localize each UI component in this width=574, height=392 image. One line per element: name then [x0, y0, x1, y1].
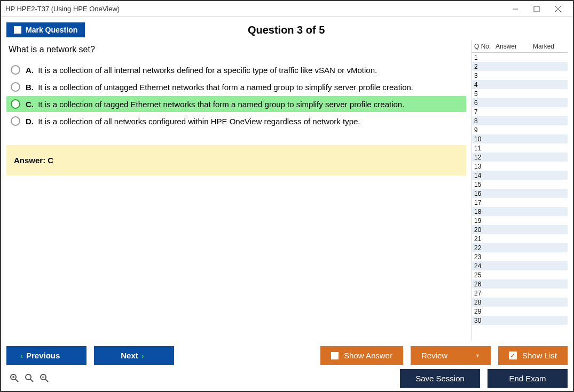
svg-line-9 — [30, 379, 33, 382]
option-d[interactable]: D. It is a collection of all networks co… — [6, 113, 466, 129]
svg-line-11 — [45, 379, 48, 382]
question-row[interactable]: 22 — [472, 243, 568, 252]
question-number: 3 — [474, 72, 496, 79]
question-row[interactable]: 3 — [472, 71, 568, 80]
col-qno: Q No. — [474, 43, 496, 50]
question-row[interactable]: 8 — [472, 116, 568, 125]
question-row[interactable]: 14 — [472, 171, 568, 180]
question-row[interactable]: 27 — [472, 289, 568, 298]
radio-icon[interactable] — [11, 99, 20, 109]
question-row[interactable]: 25 — [472, 270, 568, 279]
save-session-label: Save Session — [415, 374, 465, 383]
question-row[interactable]: 7 — [472, 107, 568, 116]
question-row[interactable]: 18 — [472, 207, 568, 216]
question-row[interactable]: 4 — [472, 80, 568, 89]
previous-button[interactable]: ‹ Previous — [6, 346, 87, 365]
question-row[interactable]: 12 — [472, 153, 568, 162]
question-row[interactable]: 17 — [472, 198, 568, 207]
question-number: 26 — [474, 281, 496, 288]
question-number: 14 — [474, 172, 496, 179]
window-title: HP HPE2-T37 (Using HPE OneView) — [5, 5, 505, 13]
question-row[interactable]: 28 — [472, 298, 568, 307]
show-answer-label: Show Answer — [344, 351, 392, 360]
save-session-button[interactable]: Save Session — [400, 369, 480, 388]
question-number: 23 — [474, 253, 496, 261]
question-list-body[interactable]: 1234567891011121314151617181920212223242… — [472, 53, 568, 341]
question-row[interactable]: 13 — [472, 162, 568, 171]
zoom-reset-button[interactable] — [23, 372, 35, 384]
previous-label: Previous — [26, 351, 60, 360]
end-exam-button[interactable]: End Exam — [487, 369, 568, 388]
question-number: 5 — [474, 90, 496, 98]
zoom-out-icon — [40, 373, 49, 383]
question-text: What is a network set? — [6, 41, 466, 62]
question-row[interactable]: 6 — [472, 98, 568, 107]
minimize-icon — [512, 6, 518, 12]
question-row[interactable]: 15 — [472, 180, 568, 189]
answer-label: Answer: C — [14, 156, 53, 165]
question-row[interactable]: 21 — [472, 234, 568, 243]
option-b[interactable]: B. It is a collection of untagged Ethern… — [6, 79, 466, 95]
question-row[interactable]: 10 — [472, 134, 568, 143]
question-number: 17 — [474, 199, 496, 206]
show-list-button[interactable]: ✓ Show List — [498, 346, 568, 365]
maximize-button[interactable] — [526, 2, 547, 17]
question-row[interactable]: 19 — [472, 216, 568, 225]
question-number: 19 — [474, 217, 496, 225]
zoom-controls — [6, 372, 50, 385]
question-row[interactable]: 5 — [472, 89, 568, 98]
zoom-out-button[interactable] — [38, 372, 50, 384]
radio-icon[interactable] — [11, 65, 20, 75]
next-label: Next — [121, 351, 138, 360]
option-a[interactable]: A. It is a collection of all internal ne… — [6, 62, 466, 78]
question-row[interactable]: 9 — [472, 125, 568, 134]
col-marked: Marked — [533, 43, 568, 50]
show-answer-button[interactable]: Show Answer — [320, 346, 403, 365]
question-number: 7 — [474, 108, 496, 116]
mark-question-button[interactable]: Mark Question — [6, 22, 85, 37]
question-row[interactable]: 23 — [472, 252, 568, 261]
answer-box: Answer: C — [6, 145, 466, 175]
checked-icon: ✓ — [509, 351, 517, 359]
button-row-1: ‹ Previous Next › Show Answer Review ▼ ✓… — [6, 346, 568, 365]
chevron-left-icon: ‹ — [17, 351, 26, 360]
next-button[interactable]: Next › — [94, 346, 174, 365]
question-number: 4 — [474, 81, 496, 89]
question-row[interactable]: 1 — [472, 53, 568, 62]
col-answer: Answer — [496, 43, 533, 50]
top-row: Mark Question Question 3 of 5 — [1, 17, 573, 41]
question-row[interactable]: 29 — [472, 307, 568, 316]
footer: ‹ Previous Next › Show Answer Review ▼ ✓… — [1, 341, 573, 391]
option-text: A. It is a collection of all internal ne… — [26, 66, 377, 75]
question-row[interactable]: 26 — [472, 279, 568, 289]
minimize-button[interactable] — [505, 2, 526, 17]
question-heading-wrap: Question 3 of 5 — [85, 24, 487, 36]
review-label: Review — [421, 351, 447, 360]
question-number: 11 — [474, 145, 496, 152]
close-icon — [555, 6, 561, 12]
question-number: 6 — [474, 99, 496, 107]
radio-icon[interactable] — [11, 116, 20, 126]
question-row[interactable]: 2 — [472, 62, 568, 71]
question-number: 20 — [474, 226, 496, 234]
question-row[interactable]: 20 — [472, 225, 568, 234]
question-list-header: Q No. Answer Marked — [472, 41, 568, 53]
question-number: 30 — [474, 317, 496, 324]
maximize-icon — [533, 6, 540, 12]
question-number: 1 — [474, 54, 496, 61]
zoom-in-button[interactable] — [9, 372, 20, 384]
question-row[interactable]: 30 — [472, 316, 568, 325]
close-button[interactable] — [547, 2, 569, 17]
radio-icon[interactable] — [11, 82, 20, 92]
zoom-in-icon — [10, 373, 19, 383]
question-number: 16 — [474, 190, 496, 197]
question-row[interactable]: 16 — [472, 189, 568, 198]
option-c[interactable]: C. It is a collection of tagged Ethernet… — [6, 96, 466, 112]
end-exam-label: End Exam — [509, 374, 546, 383]
titlebar: HP HPE2-T37 (Using HPE OneView) — [1, 1, 573, 17]
question-number: 21 — [474, 235, 496, 243]
review-button[interactable]: Review ▼ — [411, 346, 491, 365]
question-number: 13 — [474, 163, 496, 170]
question-row[interactable]: 24 — [472, 261, 568, 270]
question-row[interactable]: 11 — [472, 143, 568, 153]
